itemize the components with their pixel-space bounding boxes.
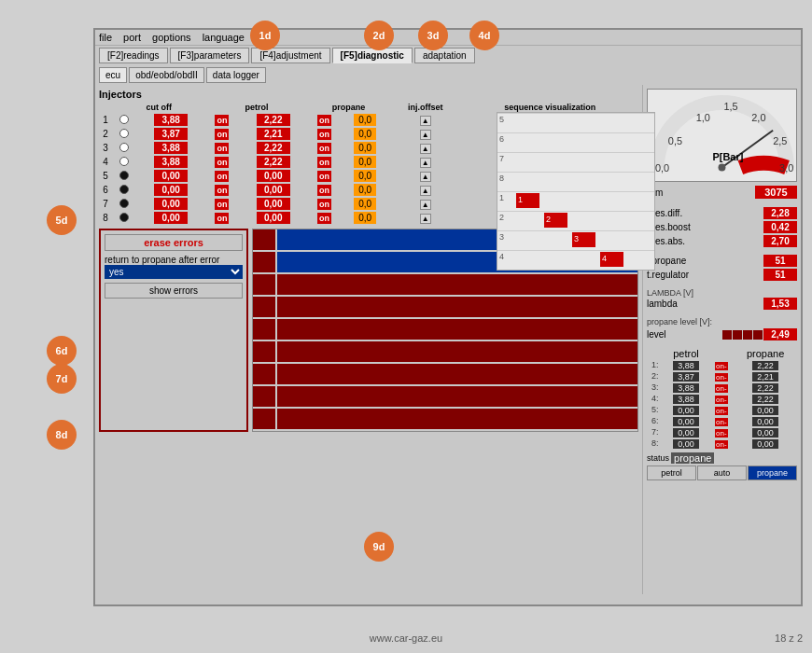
propane-input-7[interactable]: [257, 198, 290, 210]
offset-up-8[interactable]: ▲: [420, 214, 431, 224]
menu-goptions[interactable]: goptions: [152, 32, 191, 43]
tab-readings[interactable]: [F2]readings: [99, 48, 168, 63]
offset-input-2[interactable]: [354, 128, 376, 140]
inj-radio-2[interactable]: [112, 127, 136, 141]
petrol-input-4[interactable]: [154, 156, 188, 168]
offset-up-2[interactable]: ▲: [420, 130, 431, 140]
sub-tab-datalogger[interactable]: data logger: [206, 67, 266, 83]
col-petrol: petrol: [205, 102, 308, 113]
propane-input-8[interactable]: [257, 212, 290, 224]
petrol-input-2[interactable]: [154, 128, 188, 140]
propane-input-2[interactable]: [257, 128, 290, 140]
bar-seg-3: [743, 330, 752, 340]
offset-input-4[interactable]: [354, 156, 376, 168]
propane-input-5[interactable]: [257, 170, 290, 182]
offset-up-4[interactable]: ▲: [420, 158, 431, 168]
menu-language[interactable]: language: [203, 32, 245, 43]
inj-propane-2[interactable]: [239, 127, 308, 141]
offset-input-5[interactable]: [354, 170, 376, 182]
inj-propane-1[interactable]: [239, 113, 308, 127]
inj-petrol-1[interactable]: [136, 113, 205, 127]
t-regulator-label: t.regulator: [647, 270, 689, 280]
inj-propane-6[interactable]: [239, 183, 308, 197]
inj-radio-3[interactable]: [112, 141, 136, 155]
right-panel: 0,0 0,5 1,0 1,5 2,0 2,5 3,0 P[Bar] rpm: [642, 85, 801, 594]
t-propane-value: 51: [763, 255, 797, 267]
menu-port[interactable]: port: [123, 32, 141, 43]
on-btn-petrol-1[interactable]: on: [215, 115, 229, 126]
mini-injectors-table: petrol propane 1: 3,88 on- 2,22 2: 3,87 …: [647, 348, 797, 449]
on-btn-propane-5[interactable]: on: [317, 171, 331, 182]
inj-radio-7[interactable]: [112, 197, 136, 211]
inj-propane-3[interactable]: [239, 141, 308, 155]
inj-radio-4[interactable]: [112, 155, 136, 169]
on-btn-propane-1[interactable]: on: [317, 115, 331, 126]
on-btn-petrol-3[interactable]: on: [215, 143, 229, 154]
btn-petrol[interactable]: petrol: [647, 465, 696, 480]
on-btn-petrol-7[interactable]: on: [215, 199, 229, 210]
on-btn-propane-2[interactable]: on: [317, 129, 331, 140]
tab-adaptation[interactable]: adaptation: [414, 48, 475, 63]
offset-input-3[interactable]: [354, 142, 376, 154]
inj-radio-5[interactable]: [112, 169, 136, 183]
on-btn-petrol-4[interactable]: on: [215, 157, 229, 168]
offset-input-8[interactable]: [354, 212, 376, 224]
offset-input-6[interactable]: [354, 184, 376, 196]
petrol-input-7[interactable]: [154, 198, 188, 210]
on-btn-petrol-5[interactable]: on: [215, 171, 229, 182]
tab-parameters[interactable]: [F3]parameters: [170, 48, 250, 63]
sub-tab-obd[interactable]: obd/eobd/obdII: [129, 67, 204, 83]
on-btn-petrol-6[interactable]: on: [215, 185, 229, 196]
inj-petrol-3[interactable]: [136, 141, 205, 155]
inj-radio-1[interactable]: [112, 113, 136, 127]
propane-input-3[interactable]: [257, 142, 290, 154]
inj-propane-7[interactable]: [239, 197, 308, 211]
propane-input-6[interactable]: [257, 184, 290, 196]
inj-num-8: 8: [99, 211, 112, 225]
tab-diagnostic[interactable]: [F5]diagnostic: [332, 48, 413, 63]
inj-propane-5[interactable]: [239, 169, 308, 183]
inj-propane-4[interactable]: [239, 155, 308, 169]
inj-petrol-7[interactable]: [136, 197, 205, 211]
inj-propane-8[interactable]: [239, 211, 308, 225]
offset-up-3[interactable]: ▲: [420, 144, 431, 154]
petrol-input-1[interactable]: [154, 114, 188, 126]
show-errors-button[interactable]: show errors: [105, 283, 243, 299]
propane-input-4[interactable]: [257, 156, 290, 168]
offset-input-1[interactable]: [354, 114, 376, 126]
offset-up-7[interactable]: ▲: [420, 200, 431, 210]
propane-input-1[interactable]: [257, 114, 290, 126]
inj-petrol-4[interactable]: [136, 155, 205, 169]
on-btn-propane-3[interactable]: on: [317, 143, 331, 154]
on-btn-propane-6[interactable]: on: [317, 185, 331, 196]
btn-auto[interactable]: auto: [697, 465, 747, 480]
petrol-input-8[interactable]: [154, 212, 188, 224]
mini-petrol-4: 3,88: [673, 395, 699, 404]
petrol-input-5[interactable]: [154, 170, 188, 182]
offset-input-7[interactable]: [354, 198, 376, 210]
offset-up-5[interactable]: ▲: [420, 172, 431, 182]
mini-row-5: 5: 0,00 on- 0,00: [647, 404, 797, 415]
inj-petrol-5[interactable]: [136, 169, 205, 183]
inj-radio-8[interactable]: [112, 211, 136, 225]
offset-up-6[interactable]: ▲: [420, 186, 431, 196]
erase-errors-button[interactable]: erase errors: [105, 234, 243, 251]
petrol-input-6[interactable]: [154, 184, 188, 196]
on-btn-propane-8[interactable]: on: [317, 213, 331, 224]
on-btn-petrol-2[interactable]: on: [215, 129, 229, 140]
return-select[interactable]: yes: [105, 265, 243, 279]
offset-up-1[interactable]: ▲: [420, 116, 431, 126]
btn-propane[interactable]: propane: [748, 465, 797, 480]
mini-on-3: on-: [715, 384, 728, 393]
inj-petrol-2[interactable]: [136, 127, 205, 141]
sub-tab-ecu[interactable]: ecu: [99, 67, 127, 83]
on-btn-petrol-8[interactable]: on: [215, 213, 229, 224]
inj-petrol-8[interactable]: [136, 211, 205, 225]
gauge-svg: 0,0 0,5 1,0 1,5 2,0 2,5 3,0 P[Bar]: [648, 93, 796, 176]
menu-file[interactable]: file: [99, 32, 112, 43]
petrol-input-3[interactable]: [154, 142, 188, 154]
on-btn-propane-7[interactable]: on: [317, 199, 331, 210]
on-btn-propane-4[interactable]: on: [317, 157, 331, 168]
inj-radio-6[interactable]: [112, 183, 136, 197]
inj-petrol-6[interactable]: [136, 183, 205, 197]
